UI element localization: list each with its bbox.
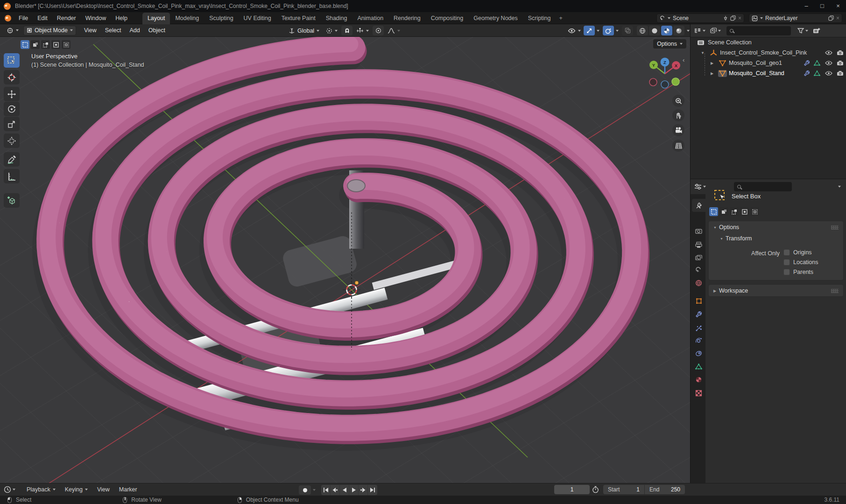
outliner-row-scene-collection[interactable]: Scene Collection <box>697 37 846 48</box>
outliner-search-input[interactable] <box>726 26 791 35</box>
frame-start-field[interactable]: Start 1 <box>603 485 644 494</box>
disclosure-closed-icon[interactable]: ▶ <box>711 71 716 76</box>
shading-wireframe-button[interactable] <box>637 26 648 35</box>
tab-uv-editing[interactable]: UV Editing <box>239 13 276 24</box>
outliner-filter-collection[interactable] <box>710 28 721 34</box>
tab-render[interactable] <box>692 224 705 238</box>
tab-scripting[interactable]: Scripting <box>523 13 556 24</box>
editor-type-button[interactable] <box>4 26 21 35</box>
select-subtract-button[interactable] <box>41 40 50 49</box>
disclosure-open-icon[interactable]: ▼ <box>701 51 706 55</box>
tab-world[interactable] <box>692 276 705 289</box>
tab-scene[interactable] <box>692 263 705 276</box>
select-extend-button[interactable] <box>31 40 40 49</box>
menu-add[interactable]: Add <box>126 24 144 37</box>
tab-particles[interactable] <box>692 322 705 335</box>
snap-toggle[interactable] <box>341 26 352 35</box>
menu-object[interactable]: Object <box>144 24 169 37</box>
menu-marker[interactable]: Marker <box>114 483 142 496</box>
add-workspace-button[interactable]: + <box>556 13 565 24</box>
tool-measure[interactable] <box>4 169 20 183</box>
viewport-options-button[interactable]: Options <box>653 39 686 49</box>
menu-playback[interactable]: Playback <box>22 483 60 496</box>
origins-checkbox[interactable] <box>783 249 790 256</box>
show-gizmo-toggle[interactable] <box>584 26 595 35</box>
prev-keyframe-button[interactable] <box>331 485 340 495</box>
scene-selector[interactable]: Scene × <box>656 14 744 23</box>
timeline-editor-type[interactable] <box>4 486 15 493</box>
menu-keying[interactable]: Keying <box>60 483 92 496</box>
select-set-button[interactable] <box>21 40 29 49</box>
disable-render-camera-icon[interactable] <box>837 70 844 76</box>
maximize-button[interactable]: □ <box>814 1 830 11</box>
transform-subpanel-header[interactable]: ▼ Transform <box>709 233 843 244</box>
auto-keying-button[interactable] <box>299 485 311 495</box>
show-overlays-toggle[interactable] <box>603 26 614 35</box>
transform-orientation-selector[interactable]: Global <box>286 26 322 35</box>
menu-edit[interactable]: Edit <box>33 12 52 24</box>
select-subtract-button[interactable] <box>730 207 739 216</box>
outliner-row-coil-stand[interactable]: ▶ Mosquito_Coil_Stand <box>711 68 846 78</box>
menu-select[interactable]: Select <box>101 24 126 37</box>
affect-origins-row[interactable]: Origins <box>783 249 812 256</box>
menu-help[interactable]: Help <box>111 12 132 24</box>
tab-tool[interactable] <box>692 199 705 212</box>
proportional-editing-toggle[interactable] <box>373 26 384 35</box>
hide-eye-icon[interactable] <box>825 71 832 76</box>
tool-cursor[interactable] <box>4 70 20 84</box>
tab-animation[interactable]: Animation <box>352 13 389 24</box>
disable-render-camera-icon[interactable] <box>837 50 844 56</box>
select-invert-button[interactable] <box>740 207 749 216</box>
tab-view-layer[interactable] <box>692 252 705 265</box>
select-invert-button[interactable] <box>51 40 60 49</box>
tab-modifiers[interactable] <box>692 308 705 321</box>
locations-checkbox[interactable] <box>783 259 790 266</box>
collapse-sidebar-icon[interactable]: ‹ <box>683 56 684 63</box>
select-extend-button[interactable] <box>719 207 728 216</box>
tool-add-cube[interactable] <box>4 193 20 208</box>
tab-compositing[interactable]: Compositing <box>426 13 468 24</box>
gizmo-y-neg[interactable] <box>672 78 679 85</box>
parents-checkbox[interactable] <box>783 269 790 275</box>
play-reverse-button[interactable] <box>340 485 349 495</box>
tab-constraints[interactable] <box>692 347 705 360</box>
menu-window[interactable]: Window <box>81 12 111 24</box>
new-scene-icon[interactable] <box>730 15 736 21</box>
play-button[interactable] <box>349 485 359 495</box>
menu-render[interactable]: Render <box>52 12 81 24</box>
mode-selector[interactable]: Object Mode <box>23 26 76 35</box>
stopwatch-icon[interactable] <box>592 486 599 493</box>
menu-timeline-view[interactable]: View <box>92 483 114 496</box>
tool-scale[interactable] <box>4 117 20 131</box>
jump-to-start-button[interactable] <box>321 485 331 495</box>
tab-physics[interactable] <box>692 334 705 347</box>
3d-viewport[interactable]: User Perspective (1) Scene Collection | … <box>0 37 690 483</box>
tool-select-box[interactable] <box>4 53 20 68</box>
tab-material[interactable] <box>692 373 705 386</box>
remove-view-layer-icon[interactable]: × <box>836 15 839 21</box>
shading-rendered-button[interactable] <box>673 26 684 35</box>
outliner-display-mode[interactable] <box>694 28 705 34</box>
gizmo-x-neg[interactable] <box>649 78 657 86</box>
disable-render-camera-icon[interactable] <box>837 60 844 66</box>
tool-annotate[interactable] <box>4 152 20 167</box>
options-panel-header[interactable]: ▼ Options <box>709 221 843 233</box>
shading-material-button[interactable] <box>661 26 672 35</box>
tab-texture-paint[interactable]: Texture Paint <box>276 13 321 24</box>
minimize-button[interactable]: – <box>798 1 814 11</box>
outliner-row-coil-geo[interactable]: ▶ Mosquito_Coil_geo1 <box>711 58 846 68</box>
outliner-filter-button[interactable] <box>797 28 808 34</box>
tab-modeling[interactable]: Modeling <box>170 13 204 24</box>
tool-transform[interactable] <box>4 133 20 148</box>
tab-rendering[interactable]: Rendering <box>388 13 426 24</box>
hide-eye-icon[interactable] <box>825 50 832 55</box>
view-layer-selector[interactable]: RenderLayer × <box>749 14 842 23</box>
menu-file[interactable]: File <box>14 12 33 24</box>
affect-parents-row[interactable]: Parents <box>783 269 813 275</box>
workspace-panel[interactable]: ▶ Workspace <box>708 284 844 297</box>
snap-settings[interactable] <box>355 26 370 35</box>
jump-to-end-button[interactable] <box>368 485 377 495</box>
tab-output[interactable] <box>692 238 705 252</box>
zoom-view-button[interactable] <box>672 95 684 107</box>
blender-menu-icon[interactable] <box>5 15 11 21</box>
